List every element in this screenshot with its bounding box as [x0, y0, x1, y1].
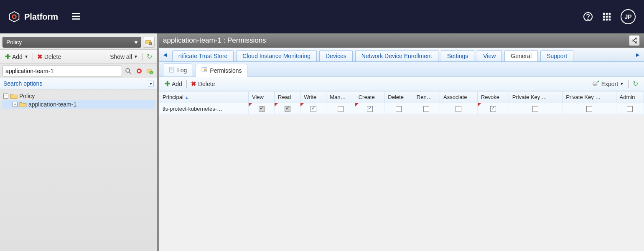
- export-icon: [592, 80, 600, 88]
- permission-cell[interactable]: [355, 103, 384, 115]
- column-header[interactable]: Admin: [616, 91, 644, 103]
- sort-asc-icon: ▲: [185, 95, 189, 100]
- upper-tab[interactable]: Settings: [441, 50, 475, 61]
- collapse-icon[interactable]: −: [3, 94, 8, 99]
- permission-cell[interactable]: [509, 103, 562, 115]
- svg-line-30: [633, 39, 635, 40]
- folder-icon: [19, 101, 27, 107]
- export-button[interactable]: Export▼: [590, 79, 626, 89]
- upper-tab[interactable]: Cloud Instance Monitoring: [236, 50, 317, 61]
- column-header[interactable]: Ren…: [413, 91, 440, 103]
- tab-scroll-left[interactable]: ◄: [160, 51, 170, 58]
- upper-tab[interactable]: Support: [540, 50, 573, 61]
- x-icon: ✖: [37, 53, 43, 61]
- permission-cell[interactable]: [384, 103, 413, 115]
- column-header[interactable]: Principal▲: [159, 91, 249, 103]
- upper-tab[interactable]: General: [504, 50, 538, 61]
- sidebar-add-button[interactable]: ✚Add▼: [3, 51, 31, 62]
- tab-scroll-right[interactable]: ►: [633, 51, 642, 58]
- checkbox[interactable]: [259, 106, 265, 112]
- checkbox[interactable]: [586, 106, 592, 112]
- policy-combo[interactable]: Policy ▾: [3, 37, 141, 48]
- svg-point-39: [593, 82, 597, 84]
- sidebar-search-button[interactable]: [143, 37, 155, 48]
- search-options-bar[interactable]: Search options ▼: [0, 78, 157, 89]
- checkbox[interactable]: [367, 106, 373, 112]
- permission-cell[interactable]: [413, 103, 440, 115]
- upper-tab[interactable]: View: [477, 50, 502, 61]
- search-go-icon[interactable]: [124, 66, 133, 76]
- upper-tab[interactable]: rtificate Trust Store: [172, 50, 234, 61]
- svg-line-20: [129, 72, 131, 74]
- checkbox[interactable]: [396, 106, 402, 112]
- sidebar-search-input[interactable]: [3, 66, 122, 76]
- perm-refresh-button[interactable]: ↻: [630, 79, 641, 89]
- svg-rect-14: [606, 19, 608, 21]
- perm-add-button[interactable]: ✚Add: [162, 79, 185, 89]
- column-header[interactable]: Private Key …: [509, 91, 562, 103]
- tab-permissions-label: Permissions: [210, 67, 242, 74]
- column-header[interactable]: Write: [300, 91, 326, 103]
- advanced-search-icon[interactable]: +: [145, 66, 155, 76]
- permission-cell[interactable]: [249, 103, 275, 115]
- content-header: application-team-1 : Permissions: [159, 33, 644, 48]
- apps-grid-icon[interactable]: [602, 12, 611, 21]
- content-title: application-team-1 : Permissions: [163, 36, 266, 45]
- separator: [33, 53, 33, 61]
- refresh-button[interactable]: ↻: [144, 51, 155, 62]
- tree-root[interactable]: − Policy: [2, 92, 155, 100]
- svg-marker-0: [10, 12, 19, 22]
- checkbox[interactable]: [423, 106, 429, 112]
- checkbox[interactable]: [338, 106, 344, 112]
- expand-icon[interactable]: +: [13, 102, 18, 107]
- upper-tab[interactable]: Network Device Enrollment: [355, 50, 438, 61]
- svg-point-6: [588, 19, 588, 20]
- upper-tab[interactable]: Devices: [319, 50, 353, 61]
- column-header[interactable]: Delete: [384, 91, 413, 103]
- chevron-down-icon: ▼: [620, 81, 624, 86]
- column-header[interactable]: View: [249, 91, 275, 103]
- permission-cell[interactable]: [616, 103, 644, 115]
- permission-cell[interactable]: [477, 103, 509, 115]
- user-avatar[interactable]: JP: [621, 9, 636, 24]
- svg-rect-15: [609, 19, 611, 21]
- perm-delete-button[interactable]: ✖Delete: [188, 79, 217, 89]
- checkbox[interactable]: [311, 106, 316, 112]
- permission-cell[interactable]: [326, 103, 355, 115]
- column-header[interactable]: Create: [355, 91, 384, 103]
- column-header[interactable]: Private Key …: [563, 91, 616, 103]
- share-button[interactable]: [629, 35, 640, 46]
- clear-search-icon[interactable]: [135, 66, 144, 76]
- help-icon[interactable]: [583, 12, 593, 22]
- table-row[interactable]: tls-protect-kubernetes-…: [159, 103, 644, 115]
- column-header[interactable]: Associate: [440, 91, 478, 103]
- policy-tree: − Policy + application-team-1: [0, 89, 157, 111]
- permission-cell[interactable]: [440, 103, 478, 115]
- plus-icon: ✚: [5, 53, 10, 61]
- brand-name: Platform: [24, 12, 58, 22]
- svg-rect-11: [606, 16, 608, 18]
- column-header[interactable]: Man…: [326, 91, 355, 103]
- refresh-icon: ↻: [147, 53, 152, 61]
- permission-cell[interactable]: [300, 103, 326, 115]
- show-all-button[interactable]: Show all▼: [107, 52, 140, 61]
- tab-permissions[interactable]: Permissions: [196, 64, 247, 77]
- column-header[interactable]: Read: [275, 91, 300, 103]
- tab-log[interactable]: Log: [163, 63, 192, 76]
- checkbox[interactable]: [532, 106, 538, 112]
- permission-cell[interactable]: [275, 103, 300, 115]
- svg-rect-10: [603, 16, 605, 18]
- column-header[interactable]: Revoke: [477, 91, 509, 103]
- checkbox[interactable]: [490, 106, 496, 112]
- chevron-down-icon[interactable]: ▼: [148, 81, 154, 86]
- sub-tabstrip: Log Permissions: [159, 62, 644, 77]
- tree-child[interactable]: + application-team-1: [2, 100, 155, 109]
- svg-line-31: [633, 41, 635, 42]
- checkbox[interactable]: [456, 106, 461, 112]
- checkbox[interactable]: [285, 106, 290, 112]
- svg-line-18: [151, 44, 152, 45]
- sidebar-delete-button[interactable]: ✖Delete: [35, 52, 64, 62]
- permission-cell[interactable]: [563, 103, 616, 115]
- checkbox[interactable]: [627, 106, 633, 112]
- menu-icon[interactable]: [71, 11, 81, 23]
